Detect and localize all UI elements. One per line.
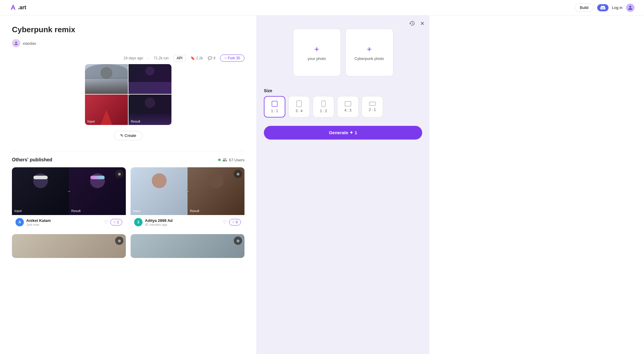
card-avatar-2: 2 bbox=[134, 218, 143, 226]
author-avatar bbox=[12, 39, 20, 47]
card-user-time-2: 42 minutes ago bbox=[145, 223, 173, 226]
zoom-button-2[interactable]: ⊕ bbox=[234, 170, 242, 178]
card-input-label-2: Input bbox=[133, 209, 140, 213]
section-title: Others' published bbox=[12, 157, 52, 163]
fork-icon-1: ⑂ bbox=[114, 220, 116, 224]
comments-count: 9 bbox=[213, 56, 216, 60]
like-button-1[interactable]: ♡ bbox=[104, 219, 108, 225]
card-result-label-1: Result bbox=[71, 209, 80, 213]
card-images-2: Input Result → ⊕ bbox=[131, 167, 244, 215]
bookmark-icon: 🔖 bbox=[191, 56, 195, 60]
header: .art Build Log in bbox=[0, 0, 644, 16]
gallery-grid: Input Result → ⊕ bbox=[12, 167, 244, 258]
card-user-info-2: Aditya 2898 Ad 42 minutes ago bbox=[145, 218, 173, 226]
card-user-2: 2 Aditya 2898 Ad 42 minutes ago bbox=[134, 218, 173, 226]
right-panel: ✕ + your photo + Cyberpunk photo Size bbox=[256, 16, 429, 354]
size-btn-1-1[interactable]: 1 : 1 bbox=[264, 96, 285, 118]
upload-your-photo[interactable]: + your photo bbox=[293, 29, 341, 76]
upload-cyberpunk-label: Cyberpunk photo bbox=[354, 56, 384, 61]
size-label: Size bbox=[264, 88, 422, 93]
size-btn-2-1[interactable]: 2 : 1 bbox=[362, 96, 383, 118]
upload-your-photo-label: your photo bbox=[308, 56, 326, 61]
zoom-button-1[interactable]: ⊕ bbox=[115, 170, 123, 178]
create-button[interactable]: ✎ Create bbox=[114, 131, 143, 140]
size-label-1-1: 1 : 1 bbox=[271, 109, 278, 113]
result-label: Result bbox=[131, 120, 140, 123]
size-icon-1-1 bbox=[271, 101, 278, 107]
svg-rect-3 bbox=[322, 101, 325, 107]
zoom-button-3[interactable]: ⊕ bbox=[115, 236, 123, 245]
likes-stat: 🔖 2.2k bbox=[191, 56, 203, 60]
size-label-1-2: 1 : 2 bbox=[320, 109, 327, 113]
card-img-left-1: Input bbox=[12, 167, 69, 215]
svg-rect-5 bbox=[369, 102, 375, 106]
size-section: Size 1 : 1 3 : 4 bbox=[264, 88, 422, 118]
user-icon bbox=[628, 5, 633, 10]
preview-container: Input Result → bbox=[12, 64, 244, 125]
fork-button-2[interactable]: ⑂ 9 bbox=[229, 219, 241, 225]
upload-plus-icon: + bbox=[314, 44, 319, 54]
size-icon-2-1 bbox=[369, 102, 376, 106]
card-img-left-2: Input bbox=[131, 167, 188, 215]
author-row: xiaodao bbox=[12, 39, 244, 47]
upload-cyberpunk-photo[interactable]: + Cyberpunk photo bbox=[346, 29, 393, 76]
size-icon-1-2 bbox=[321, 101, 326, 107]
likes-count: 2.2k bbox=[196, 56, 203, 60]
card-actions-1: ♡ ⑂ 2 bbox=[104, 219, 122, 225]
gallery-card-4: ⊕ bbox=[131, 234, 244, 258]
author-name: xiaodao bbox=[23, 41, 36, 46]
like-button-2[interactable]: ♡ bbox=[223, 219, 227, 225]
preview-result-top bbox=[129, 64, 171, 94]
api-button[interactable]: API bbox=[174, 55, 186, 61]
preview-input-top bbox=[85, 64, 128, 94]
logo-icon bbox=[10, 4, 17, 11]
fork-count-1: 2 bbox=[117, 220, 119, 224]
preview-input-bottom: Input bbox=[85, 95, 128, 125]
card-user-1: A Aniket Kalam Just now bbox=[16, 218, 51, 226]
size-label-2-1: 2 : 1 bbox=[369, 108, 376, 112]
svg-rect-4 bbox=[345, 101, 351, 106]
main-layout: Cyberpunk remix xiaodao 24 days ago · 71… bbox=[0, 16, 644, 354]
history-icon bbox=[409, 20, 415, 26]
close-button[interactable]: ✕ bbox=[420, 20, 425, 27]
card-img-4: ⊕ bbox=[131, 234, 244, 258]
build-button[interactable]: Build bbox=[575, 4, 594, 12]
size-icon-3-4 bbox=[296, 101, 302, 107]
size-options: 1 : 1 3 : 4 1 : 2 bbox=[264, 96, 422, 118]
size-btn-4-3[interactable]: 4 : 3 bbox=[337, 96, 359, 118]
create-row: ✎ Create bbox=[12, 131, 244, 150]
size-btn-3-4[interactable]: 3 : 4 bbox=[288, 96, 310, 118]
generate-button[interactable]: Generate ✦ 1 bbox=[264, 126, 422, 140]
login-button[interactable]: Log in bbox=[612, 5, 623, 10]
input-label: Input bbox=[87, 120, 95, 123]
card-input-label-1: Input bbox=[14, 209, 21, 213]
comment-icon: 💬 bbox=[208, 56, 212, 60]
online-dot bbox=[218, 159, 221, 161]
run-count-value: 71.2k run bbox=[154, 56, 169, 60]
gallery-card-2: Input Result → ⊕ 2 bbox=[131, 167, 244, 229]
author-avatar-icon bbox=[13, 41, 19, 46]
size-btn-1-2[interactable]: 1 : 2 bbox=[313, 96, 334, 118]
history-button[interactable] bbox=[409, 20, 415, 27]
divider bbox=[12, 151, 244, 151]
fork-button[interactable]: ⑂ Fork 35 bbox=[220, 55, 244, 62]
header-right: Build Log in bbox=[575, 4, 634, 12]
logo-text: .art bbox=[18, 4, 26, 11]
zoom-button-4[interactable]: ⊕ bbox=[234, 236, 242, 245]
card-img-3: ⊕ bbox=[12, 234, 126, 258]
card-footer-1: A Aniket Kalam Just now ♡ ⑂ 2 bbox=[12, 215, 126, 229]
users-badge: 67 Users bbox=[218, 157, 244, 162]
section-header: Others' published 67 Users bbox=[12, 157, 244, 163]
fork-button-1[interactable]: ⑂ 2 bbox=[110, 219, 122, 225]
fork-label: Fork 35 bbox=[228, 56, 240, 60]
page-title: Cyberpunk remix bbox=[12, 25, 244, 34]
discord-button[interactable] bbox=[597, 4, 609, 11]
user-avatar[interactable] bbox=[626, 4, 634, 12]
comments-stat: 💬 9 bbox=[208, 56, 216, 60]
preview-result-bottom: Result bbox=[129, 95, 171, 125]
svg-point-0 bbox=[15, 41, 17, 43]
card-user-name-2: Aditya 2898 Ad bbox=[145, 218, 173, 223]
card-avatar-1: A bbox=[16, 218, 24, 226]
left-panel: Cyberpunk remix xiaodao 24 days ago · 71… bbox=[0, 16, 256, 354]
size-icon-4-3 bbox=[345, 101, 351, 106]
